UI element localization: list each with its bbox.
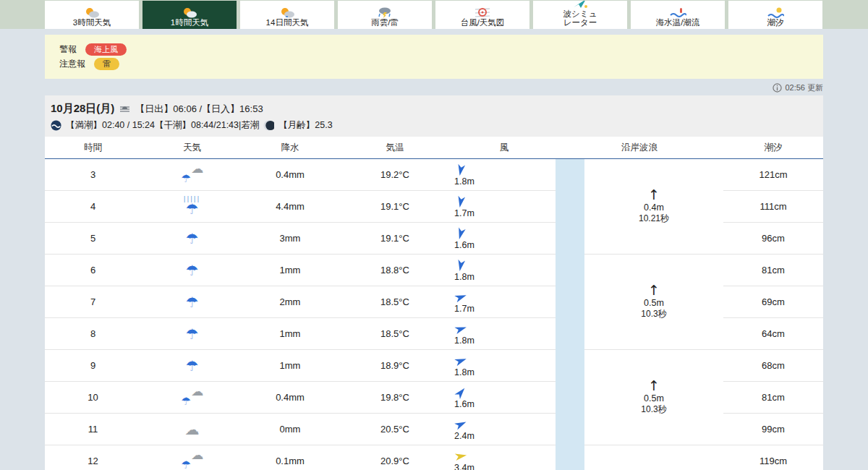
wave-graph-band — [556, 318, 584, 350]
temp-cell: 19.1°C — [337, 191, 453, 223]
wind-direction-arrow-icon — [454, 194, 469, 209]
tab-label: 14日間天気 — [266, 18, 309, 27]
forecast-row: 9☂1mm18.9°C1.8m↑0.5m10.3秒68cm — [45, 350, 823, 382]
wave-info-cell: ↑0.5m10.3秒 — [584, 255, 723, 350]
wind-speed: 3.4m — [454, 463, 475, 470]
tide-cell: 81cm — [723, 382, 823, 414]
forecast-row: 12☁☂0.1mm20.9°C3.4m119cm — [45, 445, 823, 470]
wind-cell: 1.6m — [453, 223, 556, 255]
hourly-forecast-table: 時間 天気 降水 気温 風 沿岸波浪 潮汐 3☁☂0.4mm19.2°C1.8m… — [45, 137, 823, 470]
wave-graph-band — [556, 382, 584, 414]
tab-rain-radar[interactable]: 雨雲/雷 — [338, 1, 432, 29]
rain-umbrella-icon: ☂ — [186, 231, 199, 246]
wind-speed: 1.8m — [454, 272, 475, 282]
hour-cell: 10 — [45, 382, 141, 414]
tab-wave-simulator[interactable]: 波シミュ レーター — [533, 1, 627, 29]
wave-up-arrow-icon: ↑ — [584, 379, 723, 393]
wave-graph-band — [556, 191, 584, 223]
cloud-icon: ☁ — [185, 422, 200, 437]
wind-speed: 1.6m — [454, 240, 475, 250]
wind-cell: 3.4m — [453, 445, 556, 470]
tab-14day-weather[interactable]: 14日間天気 — [240, 1, 334, 29]
wind-direction-arrow-icon — [454, 257, 469, 273]
tab-label: 波シミュ レーター — [563, 9, 597, 27]
wave-height: 0.5m — [584, 393, 723, 403]
col-header-tide: 潮汐 — [723, 137, 823, 159]
temp-cell: 18.8°C — [337, 255, 453, 286]
hour-cell: 11 — [45, 414, 141, 445]
wind-direction-arrow-icon — [453, 226, 469, 242]
tab-label: 雨雲/雷 — [371, 18, 399, 27]
sun-cloud-icon — [83, 6, 101, 18]
wave-graph-band — [556, 445, 584, 470]
weather-cell: ☂ — [141, 286, 243, 318]
hour-cell: 6 — [45, 255, 141, 286]
tab-typhoon-map[interactable]: 台風/天気図 — [435, 1, 529, 29]
advisory-label: 注意報 — [59, 58, 85, 70]
temp-cell: 20.5°C — [337, 414, 453, 445]
weather-nav-tabs: 3時間天気 1時間天気 14日間天気 雨雲/雷 台風/天気図 — [0, 0, 868, 29]
hour-cell: 12 — [45, 445, 141, 470]
weather-cell: ☂ — [141, 223, 243, 255]
tab-1hour-weather[interactable]: 1時間天気 — [142, 1, 237, 29]
rain-umbrella-icon: ☂ — [186, 295, 199, 309]
precip-cell: 0.1mm — [243, 445, 337, 470]
hour-cell: 4 — [45, 191, 141, 223]
tab-label: 台風/天気図 — [461, 18, 505, 27]
rain-umbrella-icon: ☂ — [186, 263, 199, 278]
moon-age: 【月齢】25.3 — [278, 119, 332, 132]
tab-tide[interactable]: 潮汐 — [728, 1, 822, 29]
wind-cell: 1.7m — [453, 191, 556, 223]
col-header-weather: 天気 — [141, 137, 243, 159]
temp-cell: 19.1°C — [337, 223, 453, 255]
wind-speed: 1.6m — [454, 399, 475, 409]
tab-label: 1時間天気 — [171, 18, 208, 27]
updated-line: 02:56 更新 — [45, 82, 823, 93]
wave-height: 0.4m — [584, 202, 723, 213]
advisory-badge[interactable]: 雷 — [94, 58, 119, 70]
wind-cell: 1.8m — [453, 159, 556, 191]
tide-icon — [51, 120, 61, 131]
wave-graph-band — [556, 350, 584, 382]
wave-graph-band — [556, 286, 584, 318]
forecast-row: 3☁☂0.4mm19.2°C1.8m↑0.4m10.21秒121cm — [45, 159, 823, 191]
wind-cell: 1.8m — [453, 350, 556, 382]
cloud-rain-icon: ☁☂ — [181, 164, 204, 183]
tide-cell: 111cm — [723, 191, 823, 223]
forecast-row: 6☂1mm18.8°C1.8m↑0.5m10.3秒81cm — [45, 255, 823, 286]
wind-direction-arrow-icon — [454, 448, 469, 463]
tide-times: 【満潮】02:40 / 15:24【干潮】08:44/21:43|若潮 — [66, 119, 259, 132]
tab-sea-temp-current[interactable]: 海水温/潮流 — [631, 1, 725, 29]
tab-label: 3時間天気 — [73, 18, 111, 27]
hour-cell: 7 — [45, 286, 141, 318]
wave-up-arrow-icon: ↑ — [584, 283, 723, 297]
sun-cloud-icon — [278, 6, 296, 18]
temp-cell: 18.9°C — [337, 350, 453, 382]
rain-umbrella-icon: ☂ — [186, 327, 199, 341]
weather-cell: ☂ — [141, 350, 243, 382]
weather-cell: ☂ — [141, 255, 243, 286]
warning-badge[interactable]: 海上風 — [85, 43, 127, 56]
temp-cell: 19.2°C — [337, 159, 453, 191]
wave-graph-band — [556, 223, 584, 255]
sun-cloud-icon — [181, 6, 198, 18]
tide-cell: 121cm — [723, 159, 823, 191]
rain-lightning-icon — [376, 6, 393, 18]
tide-cell: 64cm — [723, 318, 823, 350]
wave-graph-band — [556, 255, 584, 286]
wave-period: 10.3秒 — [584, 403, 723, 416]
wave-graph-band — [556, 159, 584, 191]
heavy-rain-icon: |||||☂ — [184, 197, 200, 216]
tab-label: 海水温/潮流 — [656, 18, 700, 27]
hour-cell: 5 — [45, 223, 141, 255]
tide-cell: 99cm — [723, 414, 823, 445]
weather-cell: ☁☂ — [141, 159, 243, 191]
wind-speed: 1.8m — [454, 176, 475, 187]
tide-cell: 81cm — [723, 255, 823, 286]
wave-up-arrow-icon: ↑ — [584, 188, 723, 202]
wave-info-cell — [584, 445, 723, 470]
tab-3hour-weather[interactable]: 3時間天気 — [45, 1, 139, 29]
col-header-precip: 降水 — [243, 137, 337, 159]
precip-cell: 2mm — [243, 286, 337, 318]
sun-times: 【日出】06:06 /【日入】16:53 — [135, 103, 263, 116]
